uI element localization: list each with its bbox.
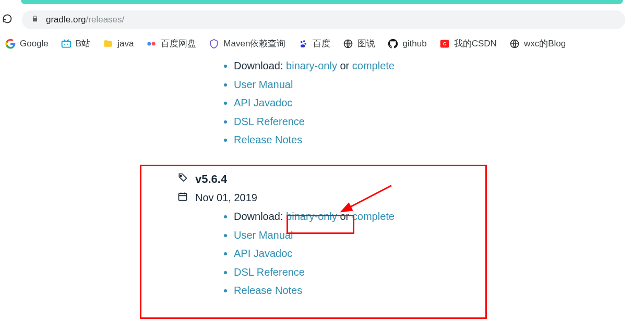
release-notes-link[interactable]: Release Notes — [234, 285, 302, 296]
list-item: API Javadoc — [234, 244, 602, 263]
list-item: Release Notes — [234, 131, 644, 150]
release-v5-6-4: v5.6.4 Nov 01, 2019 Download: binary-onl… — [177, 165, 602, 300]
bookmark-csdn[interactable]: C 我的CSDN — [439, 38, 497, 50]
api-javadoc-link[interactable]: API Javadoc — [234, 97, 292, 108]
release-date: Nov 01, 2019 — [195, 192, 257, 204]
url-text: gradle.org/releases/ — [46, 15, 124, 25]
svg-point-5 — [301, 41, 303, 43]
svg-point-8 — [301, 44, 305, 47]
maven-icon — [209, 39, 219, 49]
release-date-row: Nov 01, 2019 — [177, 191, 602, 204]
globe-icon — [509, 39, 520, 49]
bookmark-label: 百度网盘 — [161, 38, 196, 50]
list-item: User Manual — [234, 226, 602, 245]
download-binary-link[interactable]: binary-only — [286, 211, 337, 222]
bookmark-bilibili[interactable]: B站 — [61, 38, 90, 50]
dsl-reference-link[interactable]: DSL Reference — [234, 116, 305, 127]
tab-strip-accent — [21, 0, 623, 4]
list-item: API Javadoc — [234, 94, 644, 113]
list-item: Download: binary-only or complete — [234, 57, 644, 76]
user-manual-link[interactable]: User Manual — [234, 229, 293, 241]
svg-point-13 — [180, 175, 182, 177]
svg-point-4 — [152, 42, 156, 45]
google-icon — [5, 39, 16, 49]
dsl-reference-link[interactable]: DSL Reference — [234, 266, 305, 278]
svg-rect-0 — [62, 41, 70, 47]
svg-point-6 — [303, 40, 305, 42]
bookmark-baidu-pan[interactable]: 百度网盘 — [146, 38, 196, 50]
calendar-icon — [177, 191, 188, 204]
reload-icon[interactable] — [2, 14, 13, 26]
tag-icon — [177, 173, 188, 186]
baidu-icon — [298, 39, 308, 49]
bookmark-baidu[interactable]: 百度 — [298, 38, 330, 50]
bookmarks-bar: Google B站 java 百度网盘 Maven依赖查询 百度 图说 — [0, 32, 644, 57]
list-item: DSL Reference — [234, 113, 644, 131]
bilibili-icon — [61, 39, 71, 49]
bookmark-label: java — [117, 39, 134, 49]
list-item: DSL Reference — [234, 263, 602, 282]
api-javadoc-link[interactable]: API Javadoc — [234, 248, 292, 259]
release-links-prev: Download: binary-only or complete User M… — [219, 57, 644, 150]
bookmark-github[interactable]: github — [388, 39, 426, 49]
svg-point-7 — [305, 43, 307, 45]
download-label: Download: — [234, 211, 286, 222]
list-item: Download: binary-only or complete — [234, 207, 602, 226]
address-row: gradle.org/releases/ — [0, 8, 644, 32]
download-complete-link[interactable]: complete — [352, 60, 395, 71]
bookmark-tushuo[interactable]: 图说 — [343, 38, 375, 50]
svg-point-2 — [67, 43, 68, 44]
svg-point-3 — [148, 42, 151, 45]
lock-icon — [31, 15, 39, 25]
csdn-icon: C — [439, 39, 450, 49]
url-host: gradle.org — [46, 15, 86, 24]
github-icon — [388, 39, 398, 49]
download-label: Download: — [234, 60, 286, 71]
download-complete-link[interactable]: complete — [352, 211, 395, 222]
bookmark-label: 我的CSDN — [454, 38, 497, 50]
bookmark-label: wxc的Blog — [524, 38, 566, 50]
download-binary-link[interactable]: binary-only — [286, 60, 337, 71]
bookmark-label: github — [402, 39, 426, 49]
list-item: User Manual — [234, 76, 644, 94]
bookmark-label: Google — [20, 39, 49, 49]
bookmark-label: Maven依赖查询 — [223, 38, 285, 50]
user-manual-link[interactable]: User Manual — [234, 79, 293, 90]
bookmark-label: B站 — [76, 38, 90, 50]
bookmark-label: 图说 — [357, 38, 375, 50]
url-path: /releases/ — [86, 15, 125, 24]
release-notes-link[interactable]: Release Notes — [234, 134, 302, 145]
address-bar[interactable]: gradle.org/releases/ — [22, 10, 625, 29]
bookmark-label: 百度 — [313, 38, 330, 50]
bookmark-maven[interactable]: Maven依赖查询 — [209, 38, 285, 50]
page-content: Download: binary-only or complete User M… — [0, 57, 644, 300]
bookmark-google[interactable]: Google — [5, 39, 49, 49]
svg-text:C: C — [443, 41, 446, 46]
or-separator: or — [337, 211, 352, 222]
svg-rect-14 — [179, 193, 187, 200]
folder-icon — [103, 39, 113, 49]
globe-icon — [343, 39, 353, 49]
list-item: Release Notes — [234, 281, 602, 300]
or-separator: or — [337, 60, 352, 71]
version-text: v5.6.4 — [195, 173, 227, 186]
bookmark-wxc-blog[interactable]: wxc的Blog — [509, 38, 566, 50]
bookmark-java[interactable]: java — [103, 39, 134, 49]
baidu-pan-icon — [146, 39, 157, 49]
release-version-heading: v5.6.4 — [177, 165, 602, 186]
svg-point-1 — [64, 43, 65, 44]
